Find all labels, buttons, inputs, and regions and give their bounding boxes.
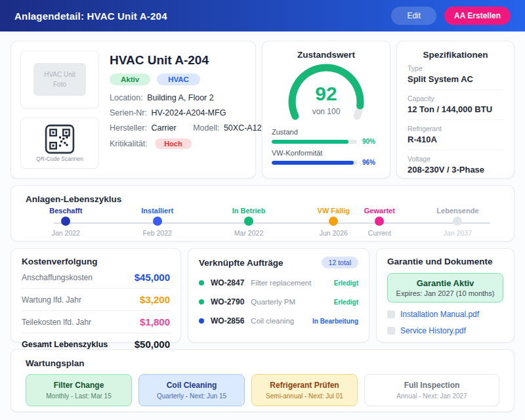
plan-refrigerant-check: Refrigerant Prüfen Semi-annual - Next: J… [251, 374, 358, 406]
lifecycle-title: Anlagen-Lebenszyklus [26, 194, 499, 204]
lifecycle-timeline: Beschafft Jan 2022 Installiert Feb 2022 … [26, 207, 499, 238]
work-order-status: Erledigt [334, 299, 358, 306]
header-actions: Edit AA Erstellen [391, 7, 511, 25]
warranty-card: Garantie und Dokumente Garantie Aktiv Ex… [376, 248, 514, 343]
condition-score-max: von 100 [277, 107, 375, 116]
condition-bar-pct: 90% [362, 138, 381, 145]
condition-score: 92 [277, 83, 375, 105]
lifecycle-card: Anlagen-Lebenszyklus Beschafft Jan 2022 … [10, 185, 514, 242]
milestone-dot [61, 217, 70, 226]
work-order-status: In Bearbeitung [312, 318, 358, 325]
condition-bar [272, 140, 357, 144]
work-orders-card: Verknüpfte Aufträge 12 total WO-2847 Fil… [188, 248, 369, 343]
cost-row-acquisition: Anschaffungskosten $45,000 [22, 266, 170, 289]
qr-scan-button[interactable]: QR-Code Scannen [20, 117, 99, 169]
maintenance-title: Wartungsplan [26, 358, 499, 368]
document-link-installation-manual[interactable]: Installation Manual.pdf [387, 310, 503, 319]
work-order-item[interactable]: WO-2856 Coil cleaning In Bearbeitung [199, 309, 358, 326]
milestone-dot [244, 217, 253, 226]
criticality-badge: Hoch [155, 138, 192, 149]
create-workorder-button[interactable]: AA Erstellen [444, 7, 511, 25]
plan-full-inspection: Full Inspection Annual - Next: Jan 2027 [364, 374, 499, 406]
milestone-gewartet: Gewartet Current [350, 207, 409, 237]
work-order-item[interactable]: WO-2790 Quarterly PM Erledigt [199, 290, 358, 306]
milestone-beschafft: Beschafft Jan 2022 [36, 207, 95, 237]
qr-code-icon [45, 124, 75, 154]
cost-row-parts: Teilekosten lfd. Jahr $1,800 [22, 311, 170, 333]
cost-row-total: Gesamt Lebenszyklus $50,000 [22, 333, 170, 355]
status-dot [199, 299, 204, 304]
milestone-dot [375, 217, 384, 226]
specs-title: Spezifikationen [408, 50, 503, 60]
document-icon [387, 310, 395, 318]
condition-score-card: Zustandswert 92 von 100 Zustand 90% VW-K… [262, 41, 390, 178]
plan-filter-change: Filter Change Monthly - Last: Mar 15 [26, 374, 132, 406]
milestone-dot [329, 217, 338, 226]
warranty-title: Garantie und Dokumente [387, 257, 503, 266]
maintenance-plan-card: Wartungsplan Filter Change Monthly - Las… [10, 349, 514, 412]
manufacturer-model-field: Hersteller: Carrier Modell: 50XC-A12 [110, 123, 262, 133]
spec-refrigerant: Refrigerant R-410A [408, 120, 503, 150]
asset-overview-card: HVAC Unit Foto [10, 41, 256, 178]
category-badge: HVAC [157, 74, 200, 85]
compliance-bar-pct: 96% [362, 159, 381, 166]
document-icon [387, 327, 395, 335]
spec-voltage: Voltage 208-230V / 3-Phase [408, 150, 503, 180]
page-title: Anlagendetail: HVAC Unit A-204 [14, 10, 167, 22]
warranty-status-banner: Garantie Aktiv Expires: Jan 2027 (10 mon… [387, 273, 503, 303]
plan-coil-cleaning: Coil Cleaning Quarterly - Next: Jun 15 [138, 374, 245, 406]
main-content: HVAC Unit Foto [10, 41, 514, 412]
location-field: Location: Building A, Floor 2 [110, 93, 262, 102]
serial-field: Serien-Nr: HV-2024-A204-MFG [110, 108, 262, 117]
asset-photo-placeholder: HVAC Unit Foto [20, 51, 99, 108]
milestone-installiert: Installiert Feb 2022 [128, 207, 187, 237]
cost-row-maintenance: Wartung lfd. Jahr $3,200 [22, 289, 170, 311]
work-order-status: Erledigt [334, 280, 358, 287]
cost-tracking-card: Kostenverfolgung Anschaffungskosten $45,… [10, 248, 181, 343]
condition-title: Zustandswert [272, 50, 381, 60]
specifications-card: Spezifikationen Type Split System AC Cap… [396, 41, 514, 178]
compliance-bar-label: VW-Konformität [272, 149, 381, 157]
status-dot [199, 318, 204, 324]
app-header: Anlagendetail: HVAC Unit A-204 Edit AA E… [0, 0, 525, 32]
work-orders-count-badge: 12 total [322, 257, 358, 268]
asset-name: HVAC Unit A-204 [110, 53, 262, 68]
status-badge: Aktiv [110, 74, 150, 85]
photo-icon: HVAC Unit Foto [33, 63, 86, 96]
work-order-item[interactable]: WO-2847 Filter replacement Erledigt [199, 271, 358, 287]
milestone-in-betrieb: In Betrieb Mar 2022 [219, 207, 278, 237]
status-dot [199, 280, 204, 285]
condition-bar-label: Zustand [272, 128, 381, 136]
compliance-bar [272, 161, 357, 165]
work-orders-title: Verknüpfte Aufträge [199, 258, 284, 268]
edit-button[interactable]: Edit [391, 7, 436, 25]
document-link-service-history[interactable]: Service History.pdf [387, 326, 503, 335]
milestone-lebensende: Lebensende Jan 2037 [428, 207, 487, 237]
spec-type: Type Split System AC [408, 60, 503, 90]
condition-gauge: 92 von 100 [277, 61, 375, 127]
milestone-dot [453, 217, 462, 226]
qr-scan-label: QR-Code Scannen [36, 156, 83, 162]
costs-title: Kostenverfolgung [22, 257, 170, 266]
milestone-dot [153, 217, 162, 226]
spec-capacity: Capacity 12 Ton / 144,000 BTU [408, 90, 503, 120]
criticality-field: Kritikalität: Hoch [110, 138, 262, 149]
